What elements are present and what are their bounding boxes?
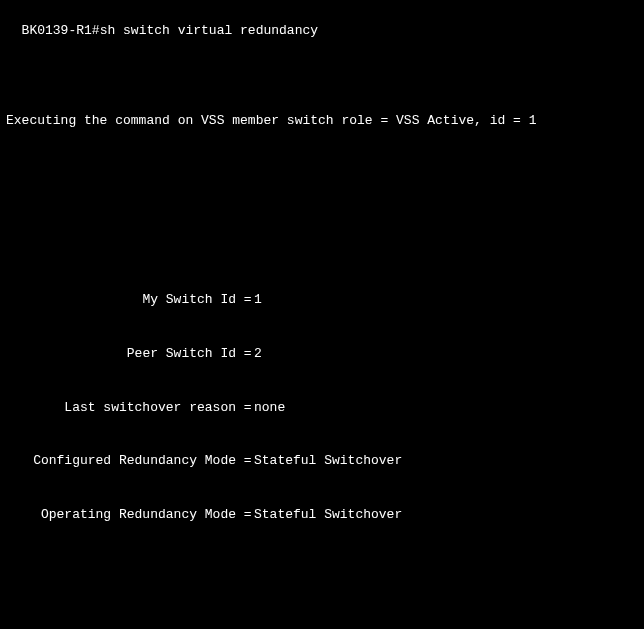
value: Stateful Switchover xyxy=(254,506,402,524)
label: Last switchover reason xyxy=(6,399,236,417)
label: Peer Switch Id xyxy=(6,345,236,363)
blank-line xyxy=(6,165,638,183)
shell-command[interactable]: sh switch virtual redundancy xyxy=(100,23,318,38)
value: none xyxy=(254,399,285,417)
shell-prompt: BK0139-R1# xyxy=(22,23,100,38)
blank-line xyxy=(6,219,638,237)
exec-active-line: Executing the command on VSS member swit… xyxy=(6,112,638,130)
label: Configured Redundancy Mode xyxy=(6,452,236,470)
blank-line xyxy=(6,578,638,596)
label: My Switch Id xyxy=(6,291,236,309)
label: Operating Redundancy Mode xyxy=(6,506,236,524)
kv-last-switchover-reason: Last switchover reason = none xyxy=(6,399,638,417)
value: 2 xyxy=(254,345,262,363)
value: 1 xyxy=(254,291,262,309)
kv-my-switch-id: My Switch Id = 1 xyxy=(6,291,638,309)
blank-line xyxy=(6,58,638,76)
kv-peer-switch-id: Peer Switch Id = 2 xyxy=(6,345,638,363)
value: Stateful Switchover xyxy=(254,452,402,470)
terminal-output: BK0139-R1#sh switch virtual redundancy E… xyxy=(6,4,638,629)
kv-operating-redundancy-mode: Operating Redundancy Mode = Stateful Swi… xyxy=(6,506,638,524)
kv-configured-redundancy-mode: Configured Redundancy Mode = Stateful Sw… xyxy=(6,452,638,470)
